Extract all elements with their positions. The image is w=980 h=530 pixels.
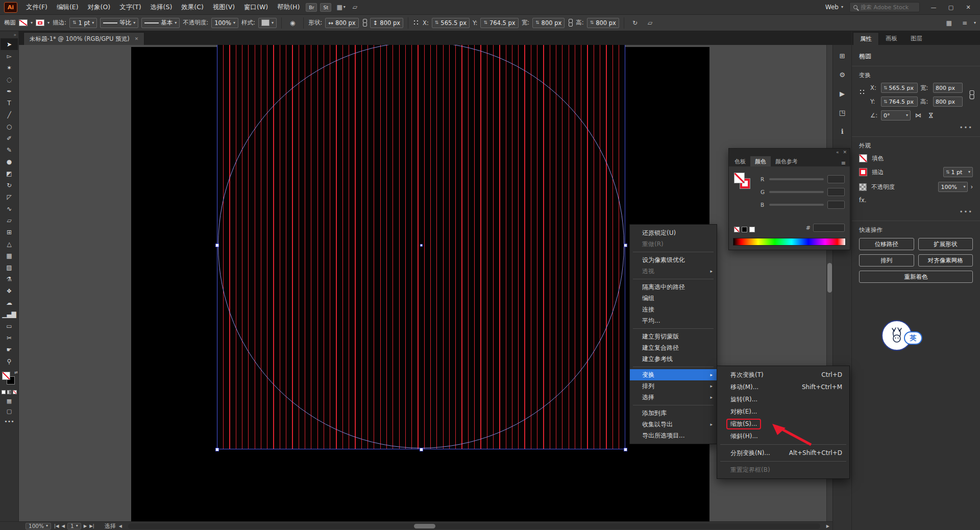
close-button[interactable]: ✕: [960, 0, 977, 15]
quick-action-button[interactable]: 扩展形状: [918, 238, 973, 250]
quick-action-button[interactable]: 排列: [859, 254, 914, 267]
context-item-pixel-perfect[interactable]: 设为像素级优化: [630, 254, 717, 266]
gradient-button[interactable]: [7, 390, 11, 394]
channel-value-input[interactable]: [827, 188, 845, 196]
submenu-item-transform-again[interactable]: 再次变换(T) Ctrl+D: [717, 369, 849, 381]
panel-menu-icon[interactable]: ≡: [838, 160, 849, 166]
context-item-make-guides[interactable]: 建立参考线: [630, 353, 717, 365]
toolbar-expand-button[interactable]: »: [0, 31, 18, 38]
gradient-tool[interactable]: ▨: [1, 261, 18, 273]
flip-vertical-button[interactable]: ⋈: [927, 110, 935, 121]
fill-swatch[interactable]: [734, 173, 745, 183]
app-logo[interactable]: Ai: [4, 2, 17, 13]
type-tool[interactable]: T: [1, 97, 18, 109]
shape-builder-tool[interactable]: ⊞: [1, 226, 18, 238]
zoom-select[interactable]: 100% ▾: [26, 523, 51, 529]
selection-handle-bottom-left[interactable]: [215, 448, 219, 451]
line-segment-tool[interactable]: ╱: [1, 109, 18, 121]
panel-menu-icon[interactable]: ≡: [959, 19, 971, 27]
stroke-swatch[interactable]: [36, 19, 44, 26]
menu-item[interactable]: 视图(V): [208, 0, 239, 15]
flip-horizontal-button[interactable]: ⋈: [913, 112, 923, 119]
tab-artboard[interactable]: 画板: [879, 32, 904, 45]
align-options-icon[interactable]: ▦: [943, 19, 955, 27]
opacity-input[interactable]: 100%▾: [938, 182, 968, 192]
arrange-documents-icon[interactable]: ▦▾: [333, 4, 349, 11]
channel-value-input[interactable]: [827, 201, 845, 209]
screen-mode-button[interactable]: ▢: [7, 408, 12, 415]
x-input[interactable]: ⇅565.5 px: [881, 83, 918, 93]
hand-tool[interactable]: ☛: [1, 344, 18, 355]
hex-input[interactable]: [813, 224, 845, 232]
angle-select[interactable]: 0°▾: [881, 110, 911, 121]
menu-item[interactable]: 文件(F): [21, 0, 52, 15]
context-item-make-clipping-mask[interactable]: 建立剪切蒙版: [630, 331, 717, 342]
style-select[interactable]: ▾: [258, 18, 277, 28]
eraser-tool[interactable]: ◩: [1, 167, 18, 179]
lasso-tool[interactable]: ◌: [1, 74, 18, 85]
pen-tool[interactable]: ✒: [1, 85, 18, 97]
selection-handle-right[interactable]: [624, 244, 627, 247]
first-artboard-button[interactable]: |◀: [54, 523, 59, 528]
menu-item[interactable]: 对象(O): [83, 0, 115, 15]
search-box[interactable]: [849, 2, 920, 12]
rotate-icon[interactable]: ↻: [629, 19, 641, 27]
libraries-panel-icon[interactable]: ⊞: [836, 50, 849, 61]
context-item-export-selection[interactable]: 导出所选项目...: [630, 430, 717, 441]
blend-tool[interactable]: ❖: [1, 285, 18, 297]
search-input[interactable]: [861, 4, 916, 11]
ellipse-tool[interactable]: ○: [1, 121, 18, 132]
zoom-tool[interactable]: ⚲: [1, 355, 18, 367]
close-panel-icon[interactable]: ✕: [843, 150, 847, 155]
stroke-weight-input[interactable]: ⇅ 1 pt ▾: [69, 18, 97, 28]
context-item-isolate-path[interactable]: 隔离选中的路径: [630, 281, 717, 293]
edit-toolbar-button[interactable]: •••: [4, 418, 14, 425]
collapse-panel-icon[interactable]: «: [836, 150, 839, 155]
swap-fill-stroke-icon[interactable]: ⇄: [14, 370, 18, 375]
gpu-performance-icon[interactable]: ▱: [349, 4, 361, 11]
submenu-item-reflect[interactable]: 对称(E)...: [717, 405, 849, 418]
artboard-number-select[interactable]: 1 ▾: [67, 523, 81, 529]
menu-item[interactable]: 帮助(H): [273, 0, 304, 15]
fill-swatch[interactable]: [19, 19, 28, 26]
artboard-tool[interactable]: ▭: [1, 320, 18, 332]
bridge-button[interactable]: Br: [306, 3, 317, 12]
none-button[interactable]: [13, 390, 17, 394]
recolor-artwork-icon[interactable]: ◉: [286, 19, 299, 27]
x-input[interactable]: ⇅ 565.5 px: [432, 18, 470, 28]
scale-tool[interactable]: ◸: [1, 191, 18, 203]
selection-handle-bottom-center[interactable]: [420, 448, 423, 451]
blob-brush-tool[interactable]: ●: [1, 156, 18, 167]
context-item-perspective[interactable]: 透视: [630, 266, 717, 277]
perspective-grid-tool[interactable]: △: [1, 238, 18, 250]
tab-color-guide[interactable]: 颜色参考: [771, 156, 802, 166]
fill-swatch-chevron-icon[interactable]: ▾: [31, 21, 33, 25]
menu-item[interactable]: 窗口(W): [239, 0, 273, 15]
context-item-arrange[interactable]: 排列: [630, 380, 717, 392]
eyedropper-tool[interactable]: ⚗: [1, 273, 18, 285]
none-swatch[interactable]: [734, 227, 740, 232]
draw-mode-button[interactable]: ▦: [7, 398, 12, 404]
horizontal-scrollbar-thumb[interactable]: [414, 524, 435, 528]
fill-color-swatch[interactable]: [2, 372, 10, 380]
close-tab-icon[interactable]: ✕: [135, 36, 139, 41]
width-tool[interactable]: ∿: [1, 203, 18, 214]
minimize-button[interactable]: —: [925, 0, 942, 15]
context-item-collect-for-export[interactable]: 收集以导出: [630, 419, 717, 430]
context-item-redo[interactable]: 重做(R): [630, 238, 717, 250]
horizontal-scrollbar[interactable]: [128, 523, 820, 529]
y-input[interactable]: ⇅ 764.5 px: [480, 18, 518, 28]
stepper-icon[interactable]: ⇅: [72, 20, 77, 25]
document-tab[interactable]: 未标题-1* @ 100% (RGB/GPU 预览) ✕: [23, 32, 144, 45]
black-swatch[interactable]: [742, 227, 747, 232]
mesh-tool[interactable]: ▦: [1, 250, 18, 261]
submenu-item-rotate[interactable]: 旋转(R)...: [717, 393, 849, 405]
pencil-tool[interactable]: ✎: [1, 144, 18, 156]
reference-point-icon[interactable]: [413, 19, 420, 26]
menu-item[interactable]: 编辑(E): [52, 0, 83, 15]
color-spectrum-bar[interactable]: [733, 238, 846, 246]
y-input[interactable]: ⇅764.5 px: [881, 97, 918, 107]
previous-artboard-button[interactable]: ◀: [61, 523, 65, 528]
quick-action-button[interactable]: 位移路径: [859, 238, 914, 250]
restore-button[interactable]: ▢: [942, 0, 960, 15]
